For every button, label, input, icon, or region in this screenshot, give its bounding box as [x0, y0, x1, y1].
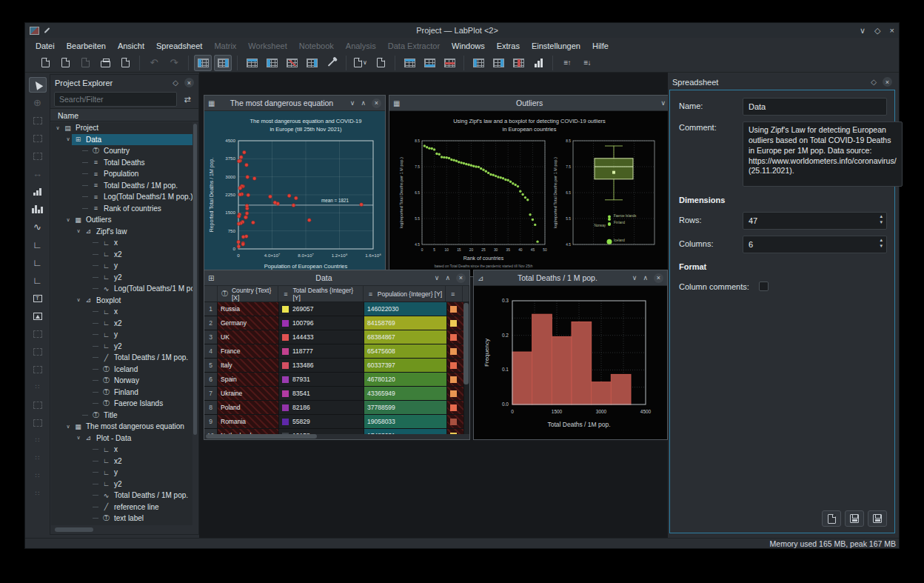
menu-spreadsheet[interactable]: Spreadsheet [150, 39, 208, 53]
maximize-button[interactable]: ◇ [874, 26, 880, 36]
new-axis-icon[interactable]: ∟ [29, 237, 47, 253]
cell-total-deaths[interactable]: 269057 [279, 302, 364, 316]
new-axis-ticks-icon[interactable]: ∟ [29, 255, 47, 270]
cell-total-deaths[interactable]: 55829 [279, 415, 364, 429]
spreadsheet-horizontal-scrollbar[interactable] [206, 434, 317, 439]
tree-item-data[interactable]: ∨⊞Data [51, 134, 192, 146]
cell-country[interactable]: Romania [218, 415, 279, 429]
expander-icon[interactable]: ∨ [64, 136, 72, 142]
cell-country[interactable]: UK [218, 330, 279, 344]
cell-rate[interactable] [447, 316, 464, 330]
cell-rate[interactable] [447, 302, 464, 316]
maximize-icon[interactable]: ∧ [445, 274, 450, 281]
export-spreadsheet-button[interactable] [822, 510, 841, 527]
rows-spin-arrows[interactable]: ▴▾ [880, 213, 883, 225]
subwindow-titlebar[interactable]: ⊿ Total Deaths / 1 M pop. ∨ ∧ × [474, 270, 667, 286]
column-header[interactable]: ⓉCountry {Text} [X] [218, 286, 279, 302]
insert-row-above-button[interactable] [401, 55, 418, 71]
sort-ascending-button[interactable]: ≡↑ [558, 55, 576, 71]
maximize-icon[interactable]: ∧ [643, 274, 648, 281]
cell-population[interactable]: 84158769 [364, 316, 447, 330]
menu-ansicht[interactable]: Ansicht [112, 39, 150, 53]
spreadsheet-header-row[interactable]: ⓉCountry {Text} [X]≡Total Deaths {Intege… [204, 286, 469, 302]
tree-item-boxplot[interactable]: ∨⊿Boxplot [51, 295, 192, 307]
new-workbook-button[interactable] [263, 55, 281, 71]
expander-icon[interactable]: ∨ [54, 125, 61, 131]
search-input[interactable] [54, 92, 177, 107]
row-number[interactable]: 8 [204, 401, 218, 415]
tree-item-the-most-dangerous-equation[interactable]: ∨▦The most dangerous equation [51, 421, 192, 433]
tree-item-y2[interactable]: ∟y2 [51, 272, 192, 284]
expander-icon[interactable]: ∨ [64, 217, 72, 223]
row-number[interactable]: 3 [204, 330, 218, 344]
column-header[interactable]: ≡ [446, 286, 463, 302]
expander-icon[interactable]: ∨ [75, 228, 82, 234]
cell-rate[interactable] [447, 344, 464, 359]
columns-spin-arrows[interactable]: ▴▾ [880, 237, 883, 249]
rows-spinbox[interactable]: 47 [743, 212, 887, 230]
restore-icon[interactable]: ∨ [350, 99, 355, 107]
cell-rate[interactable] [447, 330, 464, 344]
cell-rate[interactable] [447, 429, 464, 434]
tree-item-y2[interactable]: ∟y2 [51, 341, 192, 353]
new-spreadsheet-button[interactable] [283, 55, 301, 71]
new-xy-plot-icon[interactable] [29, 184, 47, 199]
expander-icon[interactable]: ∨ [75, 297, 82, 303]
float-dock-icon[interactable]: ◇ [871, 78, 877, 86]
column-statistics-button[interactable] [529, 55, 547, 71]
row-number[interactable]: 7 [204, 387, 218, 401]
insert-column-right-button[interactable] [489, 55, 507, 71]
cell-country[interactable]: Ukraine [218, 387, 279, 401]
tree-item-zipf-s-law[interactable]: ∨⊿Zipf's law [51, 226, 192, 238]
save-button[interactable] [845, 510, 864, 527]
cell-total-deaths[interactable]: 100796 [279, 316, 364, 330]
name-field[interactable]: Data [743, 98, 887, 116]
column-header[interactable]: ≡Total Deaths {Integer} [Y] [278, 286, 363, 302]
close-icon[interactable]: × [456, 273, 466, 283]
row-number[interactable]: 9 [204, 415, 218, 429]
tree-horizontal-scrollbar[interactable] [55, 527, 93, 532]
cell-population[interactable]: 46780120 [364, 373, 447, 387]
tree-item-total-deaths[interactable]: ≡Total Deaths [51, 157, 192, 169]
tree-item-y[interactable]: ∟y [51, 260, 192, 272]
tree-item-x2[interactable]: ∟x2 [51, 249, 192, 261]
close-dock-icon[interactable]: × [184, 78, 194, 87]
tree-item-title[interactable]: ⓉTitle [51, 410, 192, 422]
cell-rate[interactable] [447, 359, 464, 373]
menu-hilfe[interactable]: Hilfe [586, 39, 615, 53]
save-as-button[interactable] [868, 510, 887, 527]
subwindow-titlebar[interactable]: ▦ The most dangerous equation ∨ ∧ × [204, 96, 385, 111]
row-number[interactable]: 1 [204, 302, 218, 316]
minimize-button[interactable]: ∨ [860, 26, 866, 36]
tree-item-log-total-deaths-1-m-pop-[interactable]: ∿Log(Total Deaths/1 M pop.) [51, 283, 192, 295]
new-image-icon[interactable] [29, 308, 47, 324]
color-picker-button[interactable] [323, 55, 341, 71]
tree-item-finland[interactable]: ⓉFinland [51, 387, 192, 399]
restore-icon[interactable]: ∨ [435, 274, 440, 281]
new-folder-button[interactable] [243, 55, 261, 71]
cell-population[interactable]: 37788599 [364, 401, 447, 415]
sort-descending-button[interactable]: ≡↓ [578, 55, 596, 71]
column-header[interactable] [463, 286, 469, 302]
toggle-project-explorer-button[interactable] [194, 55, 212, 71]
column-comments-checkbox[interactable] [759, 281, 769, 291]
row-number[interactable]: 2 [204, 316, 218, 330]
tree-item-faeroe-islands[interactable]: ⓉFaeroe Islands [51, 398, 192, 410]
cell-total-deaths[interactable]: 19158 [279, 429, 364, 434]
cell-total-deaths[interactable]: 118777 [279, 344, 364, 359]
titlebar[interactable]: Project — LabPlot <2> ∨ ◇ × [25, 23, 899, 38]
cell-country[interactable]: Italy [218, 359, 279, 373]
row-number[interactable]: 10 [204, 429, 218, 434]
cell-total-deaths[interactable]: 87931 [279, 373, 364, 387]
tree-item-x2[interactable]: ∟x2 [51, 318, 192, 330]
navigate-cursor-icon[interactable] [29, 77, 47, 93]
tree-item-total-deaths-1m-pop-[interactable]: ≡Total Deaths / 1M pop. [51, 180, 192, 192]
toggle-properties-dock-button[interactable] [214, 55, 232, 71]
cell-population[interactable]: 65475608 [364, 344, 447, 359]
filter-options-button[interactable]: ⇄ [180, 92, 195, 107]
comment-field[interactable]: Using Zipf's Law for detecting European … [743, 121, 903, 187]
cell-rate[interactable] [447, 387, 464, 401]
new-project-button[interactable] [36, 55, 54, 71]
tree-item-population[interactable]: ≡Population [51, 168, 192, 180]
expander-icon[interactable]: ∨ [75, 435, 82, 441]
